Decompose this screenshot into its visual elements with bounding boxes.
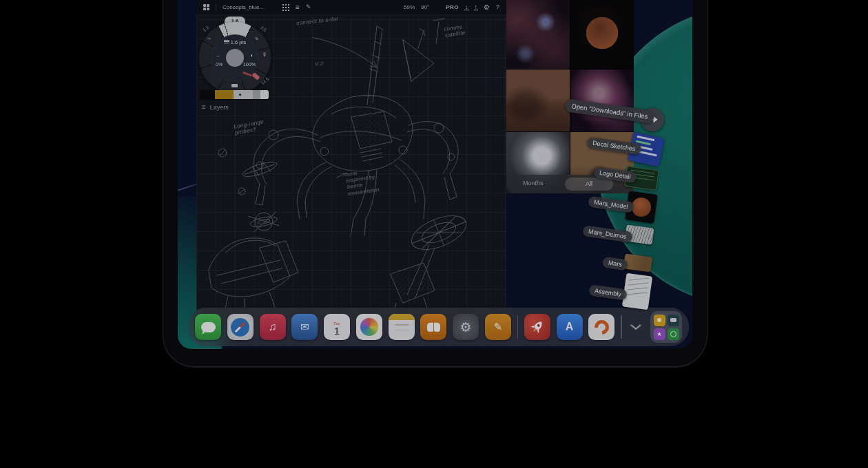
app-icon-photos[interactable] bbox=[356, 314, 382, 340]
help-icon[interactable]: ? bbox=[496, 4, 499, 10]
drag-thumbnail-assembly[interactable] bbox=[622, 273, 652, 310]
app-icon-settings[interactable]: ⚙ bbox=[453, 314, 479, 340]
concepts-app-window: Concepts_blue... ≡ ✎ 59% 90° PRO ↓ ↑ ⚙ ? bbox=[196, 0, 506, 325]
app-icon-sketch-pen[interactable]: ✎ bbox=[485, 314, 511, 340]
layers-menu-icon[interactable]: ≡ bbox=[202, 103, 206, 111]
swatch-gold[interactable] bbox=[215, 90, 234, 99]
tool-wheel[interactable]: 1.6 1.3 3.5 14.5 6.8 ~ ≈ ✎ 1.6 pts ~ ◐ 0… bbox=[198, 15, 271, 99]
swatch-gray[interactable] bbox=[253, 90, 260, 99]
brush-size-right: 3.5 bbox=[260, 25, 267, 32]
pen-tool-icon[interactable]: ✎ bbox=[306, 4, 311, 10]
concepts-toolbar: Concepts_blue... ≡ ✎ 59% 90° PRO ↓ ↑ ⚙ ? bbox=[196, 0, 506, 15]
red-accent-arc bbox=[242, 72, 252, 77]
eraser-icon[interactable] bbox=[231, 84, 238, 87]
document-title[interactable]: Concepts_blue... bbox=[223, 4, 264, 10]
pen-icon: ✎ bbox=[493, 321, 502, 333]
dock-divider bbox=[517, 315, 519, 339]
annotation-beetle: form inspired by beetle exoskeleton bbox=[345, 167, 380, 197]
swatch-black[interactable] bbox=[200, 90, 215, 99]
compass-icon bbox=[231, 318, 249, 337]
gallery-grid-icon[interactable] bbox=[203, 4, 209, 10]
layers-label: Layers bbox=[210, 104, 229, 111]
open-book-icon bbox=[427, 323, 440, 332]
drag-label-assembly[interactable]: Assembly bbox=[588, 284, 628, 301]
app-icon-concepts[interactable] bbox=[588, 314, 614, 340]
calendar-day: 1 bbox=[334, 326, 340, 336]
dock-divider-2 bbox=[621, 315, 622, 339]
active-size-readout: 1.6 pts bbox=[211, 39, 258, 45]
precision-grid-icon[interactable] bbox=[282, 3, 289, 11]
toolbar-divider bbox=[216, 4, 216, 11]
app-icon-messages[interactable] bbox=[195, 314, 221, 340]
canvas-rotation[interactable]: 90° bbox=[421, 4, 429, 10]
app-icon-books[interactable] bbox=[420, 314, 446, 340]
appstore-a-glyph: A bbox=[566, 321, 574, 333]
swatch-silver-selected[interactable] bbox=[234, 90, 253, 99]
photo-mars-globe[interactable] bbox=[570, 0, 634, 69]
chevron-down-icon bbox=[630, 324, 641, 330]
pro-badge[interactable]: PRO bbox=[446, 4, 459, 10]
dock: ♫ ✉ Tue 1 ⚙ ✎ A bbox=[188, 308, 689, 346]
view-option-months[interactable]: Months bbox=[523, 180, 544, 187]
dock-collapse-button[interactable] bbox=[628, 314, 644, 340]
app-icon-app-store[interactable]: A bbox=[557, 314, 583, 340]
ipad-screen: Concepts_blue... ≡ ✎ 59% 90° PRO ↓ ↑ ⚙ ? bbox=[178, 0, 692, 349]
photos-grid bbox=[506, 0, 634, 193]
opacity-icon[interactable]: ◐ bbox=[250, 52, 254, 58]
envelope-icon: ✉ bbox=[300, 321, 309, 333]
mini-camera-icon bbox=[668, 315, 679, 326]
photo-horsehead-nebula[interactable] bbox=[506, 0, 570, 69]
photos-app-window: Months All bbox=[506, 0, 634, 193]
tool-wheel-center-disc[interactable]: 1.6 pts ~ ◐ 0% 100% bbox=[211, 34, 258, 81]
smoothing-value: 0% bbox=[216, 62, 223, 67]
flower-icon bbox=[360, 318, 378, 336]
music-note-icon: ♫ bbox=[269, 321, 277, 333]
swatch-white[interactable] bbox=[260, 90, 269, 99]
layers-panel-header[interactable]: ≡ Layers bbox=[202, 103, 229, 111]
brush-size-left: 1.3 bbox=[202, 25, 209, 32]
rocket-icon bbox=[526, 317, 548, 338]
annotation-version: V.2 bbox=[315, 60, 324, 67]
app-icon-mail[interactable]: ✉ bbox=[291, 314, 318, 340]
app-icon-notes[interactable] bbox=[389, 314, 415, 340]
mini-lightbulb-icon bbox=[654, 315, 665, 326]
zoom-level[interactable]: 59% bbox=[404, 4, 415, 10]
adjust-lines-icon[interactable]: ≡ bbox=[296, 4, 300, 11]
gear-icon: ⚙ bbox=[459, 319, 471, 335]
concepts-c-swirl-icon bbox=[591, 317, 612, 337]
opacity-value: 100% bbox=[243, 62, 256, 67]
settings-gear-icon[interactable]: ⚙ bbox=[484, 4, 490, 11]
active-color-swatch[interactable] bbox=[226, 49, 244, 67]
photo-mars-surface[interactable] bbox=[506, 70, 570, 131]
drag-thumbnail-mars[interactable] bbox=[623, 253, 653, 272]
app-icon-music[interactable]: ♫ bbox=[260, 314, 286, 340]
import-icon[interactable]: ↓ bbox=[465, 4, 468, 10]
view-option-all-selected[interactable]: All bbox=[565, 178, 613, 191]
app-icon-calendar[interactable]: Tue 1 bbox=[324, 314, 350, 340]
mini-clock-icon bbox=[668, 328, 679, 340]
export-icon[interactable]: ↑ bbox=[475, 4, 478, 10]
color-palette-bar[interactable] bbox=[200, 90, 269, 99]
chat-bubble-icon bbox=[201, 322, 216, 332]
smoothing-icon[interactable]: ~ bbox=[216, 53, 220, 59]
app-icon-rocket[interactable] bbox=[524, 314, 550, 340]
app-library-tile[interactable]: ★ bbox=[650, 311, 682, 343]
mini-star-icon: ★ bbox=[654, 328, 665, 340]
app-icon-safari[interactable] bbox=[227, 314, 254, 340]
